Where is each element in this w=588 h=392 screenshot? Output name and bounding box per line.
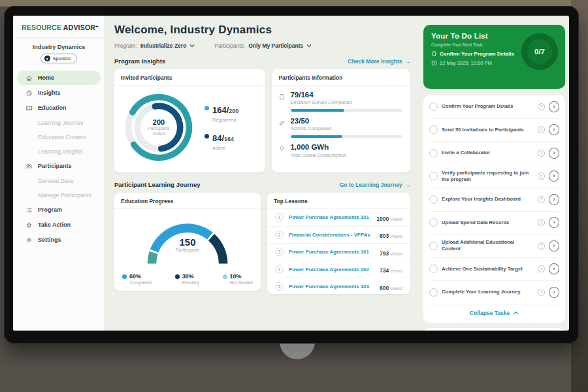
sidebar-item-manage-participants[interactable]: Manage Participants <box>17 188 101 202</box>
check-more-insights-link[interactable]: Check More Insights → <box>348 58 410 65</box>
sidebar-item-participants[interactable]: Participants <box>17 159 101 173</box>
stat-emission-survey: 79/164 Emission Survey Completed <box>272 86 410 105</box>
todo-progress-value: 0/7 <box>534 48 545 56</box>
sidebar-item-take-action[interactable]: Take Action <box>17 218 101 232</box>
task-checkbox[interactable] <box>429 242 438 250</box>
stat-actions-completed: 23/50 Actions Completed <box>272 112 410 131</box>
gear-icon <box>25 237 33 244</box>
info-icon[interactable]: ? <box>538 219 545 226</box>
card-title: Education Progress <box>114 193 261 209</box>
task-label[interactable]: Achieve One Sustainability Target <box>442 266 534 272</box>
clock-icon <box>431 60 437 66</box>
task-label[interactable]: Complete Your Learning Journey <box>442 289 534 295</box>
chevron-right-button[interactable]: › <box>549 263 559 274</box>
task-label[interactable]: Explore Your Insights Dashboard <box>442 196 534 203</box>
chevron-right-button[interactable]: › <box>549 240 559 252</box>
stat-value: 1,000 GWh <box>290 143 346 152</box>
lesson-link[interactable]: Financial Considerations - VPPAs <box>289 232 374 238</box>
section-title-program-insights: Program Insights <box>114 57 165 65</box>
sidebar-item-general-data[interactable]: General Data <box>17 174 101 188</box>
chevron-right-button[interactable]: › <box>549 287 559 298</box>
logo-plus: + <box>95 24 99 29</box>
chevron-right-button[interactable]: › <box>549 171 559 182</box>
lesson-row: 2 Financial Considerations - VPPAs 803vi… <box>267 227 410 244</box>
home-icon <box>25 74 33 82</box>
sidebar-item-education[interactable]: Education <box>17 101 101 115</box>
task-checkbox[interactable] <box>429 218 438 227</box>
main-content: Welcome, Industry Dynamics Program: Indu… <box>105 16 417 331</box>
task-label[interactable]: Send 50 Invitations to Participants <box>442 127 534 133</box>
sponsor-badge: ● Sponsor <box>41 54 78 63</box>
task-checkbox[interactable] <box>429 125 438 134</box>
page-title: Welcome, Industry Dynamics <box>114 24 410 37</box>
sidebar-item-label: Take Action <box>38 221 71 228</box>
task-checkbox[interactable] <box>429 195 438 204</box>
task-checkbox[interactable] <box>429 288 438 297</box>
chevron-right-button[interactable]: › <box>549 148 559 159</box>
sidebar-item-home[interactable]: Home <box>17 71 101 85</box>
insights-cards-row: Invited Participants 200 Participants In… <box>114 69 410 172</box>
sidebar-item-label: Program <box>38 206 62 213</box>
info-icon[interactable]: ? <box>538 196 545 203</box>
education-legend: 60% Completed 30% Pending 10% Not Starte… <box>114 269 261 285</box>
task-label[interactable]: Invite a Collaborator <box>442 150 534 156</box>
lesson-views: 803 <box>380 233 389 239</box>
task-label[interactable]: Upload Spend Data Records <box>442 220 534 226</box>
task-checkbox[interactable] <box>429 149 438 157</box>
legend-item-active: 84/164 Active <box>204 132 238 151</box>
sidebar-item-learning-insights[interactable]: Learning Insights <box>17 144 101 158</box>
info-icon[interactable]: ? <box>538 242 545 250</box>
stat-label: Emission Survey Completed <box>290 99 351 105</box>
task-label[interactable]: Confirm Your Program Details <box>442 103 534 110</box>
education-gauge-chart: 150 Participants <box>139 214 237 269</box>
lesson-link[interactable]: Power Purchase Agreements 101 <box>289 249 374 255</box>
lesson-link[interactable]: Power Purchase Agreements 101 <box>289 214 371 220</box>
info-icon[interactable]: ? <box>538 150 545 157</box>
sidebar-item-learning-journey[interactable]: Learning Journey <box>17 116 101 129</box>
lesson-views: 793 <box>380 250 389 257</box>
info-icon[interactable]: ? <box>538 265 545 272</box>
lesson-views-label: views <box>390 233 402 239</box>
sidebar-item-insights[interactable]: Insights <box>17 86 101 100</box>
card-title: Participants Information <box>272 69 410 86</box>
task-checkbox[interactable] <box>429 265 438 273</box>
people-icon <box>25 163 33 170</box>
task-label[interactable]: Upload Additional Educational Content <box>442 239 534 252</box>
chevron-right-button[interactable]: › <box>549 101 559 112</box>
task-label[interactable]: Verify participants requesting to join t… <box>442 170 534 183</box>
info-icon[interactable]: ? <box>538 103 545 110</box>
sidebar-item-settings[interactable]: Settings <box>17 233 101 247</box>
dashboard-screen: RESOURCE ADVISOR+ Industry Dynamics ● Sp… <box>13 16 569 331</box>
task-row: Explore Your Insights Dashboard ? › <box>429 188 559 212</box>
lesson-link[interactable]: Power Purchase Agreements 102 <box>289 267 374 272</box>
todo-next-task-label: Confirm Your Program Details <box>440 51 514 57</box>
chevron-right-button[interactable]: › <box>549 217 559 228</box>
lesson-views-label: views <box>390 251 402 257</box>
chevron-right-button[interactable]: › <box>549 124 559 135</box>
lesson-views-label: views <box>390 286 402 291</box>
info-icon[interactable]: ? <box>538 289 545 296</box>
sidebar-item-education-content[interactable]: Education Content <box>17 130 101 144</box>
participants-information-card: Participants Information 79/164 Emission… <box>272 69 410 172</box>
info-icon[interactable]: ? <box>538 126 545 133</box>
stat-label: Total Global Consumption <box>290 152 346 158</box>
task-checkbox[interactable] <box>429 103 438 111</box>
chevron-right-button[interactable]: › <box>549 194 559 205</box>
sidebar-item-label: Learning Journey <box>38 120 84 126</box>
collapse-tasks-link[interactable]: Collapse Tasks <box>429 304 559 322</box>
sidebar-item-label: Insights <box>38 90 61 96</box>
lesson-link[interactable]: Power Purchase Agreements 103 <box>289 284 374 289</box>
action-icon <box>25 221 33 229</box>
go-to-learning-journey-link[interactable]: Go to Learning Journey → <box>340 182 410 188</box>
task-checkbox[interactable] <box>429 172 438 180</box>
info-icon[interactable]: ? <box>538 172 545 180</box>
sidebar-item-program[interactable]: Program <box>17 203 101 217</box>
task-row: Verify participants requesting to join t… <box>429 165 559 189</box>
participants-filter-dropdown[interactable]: Participants: Only My Participants <box>214 42 312 49</box>
gauge-label: Participants <box>139 248 237 252</box>
program-filter-dropdown[interactable]: Program: Industrialize Zero <box>114 42 195 49</box>
registered-total: 200 <box>229 108 238 114</box>
card-title: Invited Participants <box>114 69 265 86</box>
pending-label: Pending <box>182 280 199 285</box>
completed-label: Completed <box>129 280 152 285</box>
